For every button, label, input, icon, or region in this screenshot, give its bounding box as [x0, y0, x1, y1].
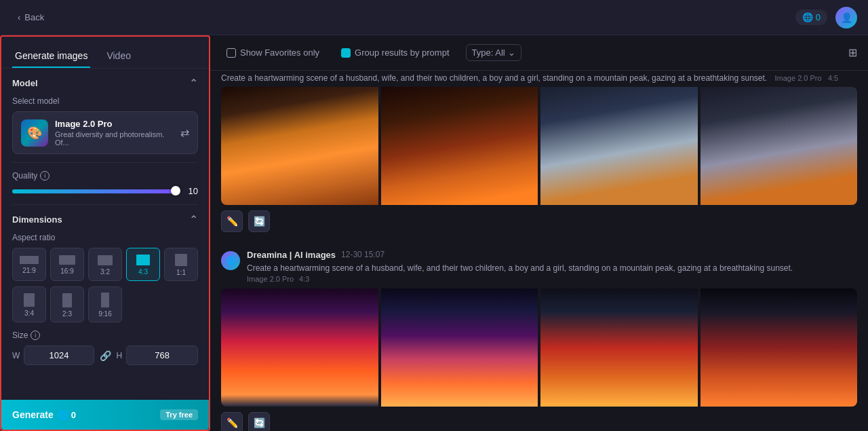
model-section-header: Model ⌃: [12, 77, 198, 90]
image-cell-1-2[interactable]: [381, 87, 538, 205]
aspect-btn-3-4[interactable]: 3:4: [12, 286, 46, 322]
aspect-btn-16-9[interactable]: 16:9: [50, 248, 84, 281]
aspect-shape-1-1: [175, 254, 187, 266]
aspect-btn-2-3[interactable]: 2:3: [50, 286, 84, 322]
back-label: Back: [24, 12, 44, 22]
aspect-shape-3-2: [98, 255, 113, 265]
image-cell-2-4[interactable]: [701, 288, 858, 407]
group-label: Group results by prompt: [355, 48, 449, 58]
image-cell-2-3[interactable]: [540, 288, 698, 407]
aspect-btn-9-16[interactable]: 9:16: [88, 286, 122, 322]
model-name: Image 2.0 Pro: [55, 119, 174, 129]
gallery-icon[interactable]: ⊞: [848, 46, 857, 59]
image-1-4: [701, 87, 858, 205]
quality-slider[interactable]: [12, 189, 178, 193]
gen-credit-icon: 🌐: [58, 410, 68, 420]
aspect-btn-1-1[interactable]: 1:1: [164, 248, 198, 281]
favorites-checkbox: [226, 48, 236, 58]
aspect-ratio-grid-row2: 3:4 2:3 9:16: [12, 286, 198, 322]
size-info-icon[interactable]: i: [31, 331, 40, 340]
credit-count: 0: [816, 12, 821, 22]
aspect-btn-3-2[interactable]: 3:2: [88, 248, 122, 281]
height-label: H: [117, 351, 123, 360]
model-section-title: Model: [12, 78, 38, 88]
regenerate-button-1[interactable]: 🔄: [248, 210, 270, 232]
aspect-label-3-4: 3:4: [24, 310, 34, 317]
top-bar: ‹ Back 🌐 0 👤: [0, 0, 868, 35]
image-grid-1: [221, 87, 857, 205]
aspect-shape-2-3: [62, 293, 72, 307]
aspect-label-3-2: 3:2: [100, 268, 110, 276]
aspect-label-2-3: 2:3: [62, 310, 72, 318]
credit-badge[interactable]: 🌐 0: [795, 10, 827, 25]
generate-button[interactable]: Generate 🌐 0 Try free: [1, 400, 209, 430]
sidebar-tabs: Generate images Video: [1, 37, 209, 69]
favorites-filter[interactable]: Show Favorites only: [221, 45, 325, 60]
width-input-group: W: [12, 345, 94, 365]
quality-label: Quality i: [12, 171, 198, 181]
slider-fill: [12, 189, 178, 193]
dimensions-section-header: Dimensions ⌃: [12, 213, 198, 226]
select-model-label: Select model: [12, 96, 198, 106]
group2-tags: Image 2.0 Pro 4:3: [247, 275, 857, 283]
group1-ratio-tag: 4:5: [828, 74, 838, 82]
quality-value: 10: [184, 186, 198, 196]
chevron-left-icon: ‹: [18, 12, 20, 22]
edit-button-1[interactable]: ✏️: [221, 210, 243, 232]
height-input-group: H: [117, 345, 199, 365]
generate-label: Generate: [12, 409, 54, 420]
content-scroll[interactable]: Create a heartwarming scene of a husband…: [210, 71, 868, 431]
main-layout: Generate images Video Model ⌃ Select mod…: [0, 35, 868, 431]
quality-info-icon[interactable]: i: [40, 171, 50, 181]
chevron-down-icon: ⌄: [508, 48, 515, 58]
image-group-1: Create a heartwarming scene of a husband…: [221, 71, 857, 232]
edit-button-2[interactable]: ✏️: [221, 412, 243, 431]
toolbar-left: Show Favorites only Group results by pro…: [221, 44, 521, 61]
group-checkbox: [341, 48, 351, 58]
image-cell-1-4[interactable]: [701, 87, 858, 205]
group2-name: Dreamina | AI images: [247, 250, 336, 260]
model-card[interactable]: 🎨 Image 2.0 Pro Great diversity and phot…: [12, 111, 198, 154]
size-inputs: W 🔗 H: [12, 345, 198, 365]
image-1-1: [221, 87, 378, 205]
dimensions-chevron-icon[interactable]: ⌃: [189, 213, 198, 226]
image-2-4: [701, 288, 858, 407]
type-label: Type: All: [472, 48, 505, 58]
tab-generate-images[interactable]: Generate images: [12, 45, 90, 68]
content-toolbar: Show Favorites only Group results by pro…: [210, 35, 868, 71]
sidebar: Generate images Video Model ⌃ Select mod…: [0, 35, 210, 431]
aspect-shape-21-9: [20, 256, 39, 264]
topbar-right: 🌐 0 👤: [795, 7, 857, 29]
sidebar-content: Model ⌃ Select model 🎨 Image 2.0 Pro Gre…: [1, 69, 209, 400]
gen-credit: 🌐 0: [58, 410, 76, 420]
tab-video[interactable]: Video: [104, 45, 134, 68]
model-info: Image 2.0 Pro Great diversity and photor…: [55, 119, 174, 147]
height-input[interactable]: [126, 345, 198, 365]
back-button[interactable]: ‹ Back: [11, 8, 51, 26]
group2-avatar: 🌐: [221, 251, 240, 270]
aspect-btn-21-9[interactable]: 21:9: [12, 248, 46, 281]
type-dropdown[interactable]: Type: All ⌄: [466, 44, 521, 61]
group2-meta: Dreamina | AI images 12-30 15:07 Create …: [247, 250, 857, 284]
model-settings-icon[interactable]: ⇄: [180, 126, 189, 139]
group2-header: 🌐 Dreamina | AI images 12-30 15:07 Creat…: [221, 246, 857, 289]
globe-icon: 🌐: [802, 12, 813, 22]
link-icon[interactable]: 🔗: [100, 350, 111, 361]
dimensions-section-title: Dimensions: [12, 214, 62, 225]
aspect-label-4-3: 4:3: [138, 268, 148, 276]
group-results-filter[interactable]: Group results by prompt: [336, 45, 454, 60]
regenerate-button-2[interactable]: 🔄: [248, 412, 270, 431]
group1-prompt-partial: Create a heartwarming scene of a husband…: [221, 71, 857, 87]
image-cell-2-2[interactable]: [381, 288, 538, 407]
model-chevron-icon[interactable]: ⌃: [189, 77, 198, 90]
avatar[interactable]: 👤: [835, 7, 857, 29]
aspect-label-21-9: 21:9: [22, 267, 35, 274]
image-cell-2-1[interactable]: [221, 288, 378, 407]
width-input[interactable]: [24, 345, 94, 365]
image-cell-1-1[interactable]: [221, 87, 378, 205]
image-cell-1-3[interactable]: [540, 87, 698, 205]
quality-row: 10: [12, 186, 198, 196]
favorites-label: Show Favorites only: [240, 48, 319, 58]
aspect-btn-4-3[interactable]: 4:3: [126, 248, 160, 281]
image-2-1: [221, 288, 378, 407]
